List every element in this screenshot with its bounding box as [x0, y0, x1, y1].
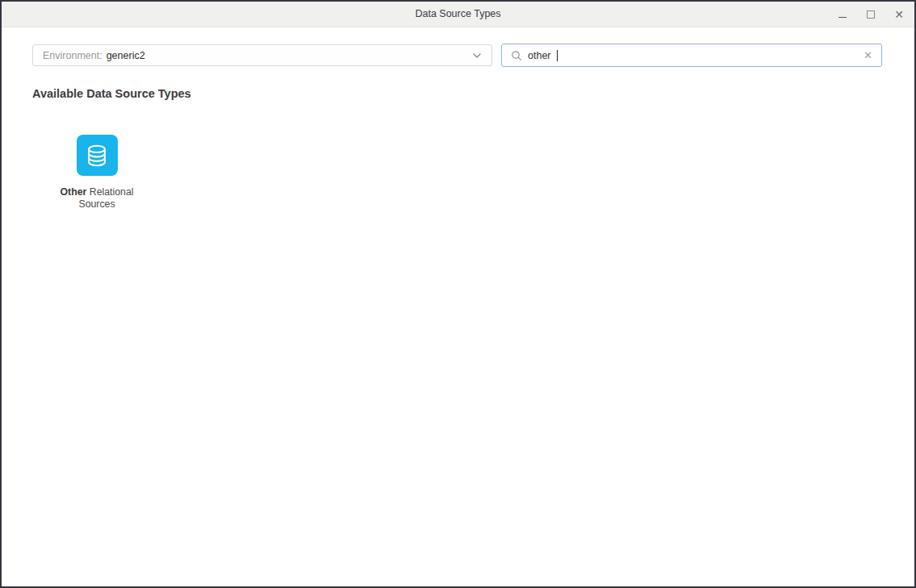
- minimize-button[interactable]: [837, 9, 848, 20]
- environment-dropdown[interactable]: Environment: generic2: [32, 44, 492, 66]
- tile-label-rest: Relational Sources: [78, 186, 133, 210]
- environment-value: generic2: [107, 50, 145, 61]
- window-title: Data Source Types: [2, 2, 914, 27]
- toolbar: Environment: generic2 other ✕: [2, 27, 914, 67]
- clear-search-button[interactable]: ✕: [864, 50, 872, 60]
- database-icon: [77, 135, 118, 176]
- close-icon: ✕: [894, 9, 904, 20]
- chevron-down-icon: [472, 52, 482, 59]
- datasource-tile-grid: Other Relational Sources: [2, 100, 914, 211]
- app-window: Data Source Types ✕ Environment: generic…: [0, 0, 916, 588]
- search-icon: [511, 50, 522, 61]
- maximize-button[interactable]: [865, 9, 876, 20]
- search-input[interactable]: other ✕: [501, 44, 882, 67]
- search-query-text: other: [528, 50, 551, 61]
- maximize-icon: [867, 10, 875, 19]
- datasource-tile-other-relational[interactable]: Other Relational Sources: [50, 135, 144, 211]
- page-title: Available Data Source Types: [32, 87, 914, 100]
- tile-label-match: Other: [61, 186, 87, 198]
- tile-label: Other Relational Sources: [50, 186, 144, 211]
- close-button[interactable]: ✕: [893, 9, 905, 20]
- environment-label: Environment:: [43, 50, 102, 61]
- titlebar: Data Source Types ✕: [2, 2, 914, 27]
- minimize-icon: [839, 17, 847, 18]
- content-empty-area: [2, 211, 914, 586]
- text-cursor: [557, 50, 558, 61]
- window-controls: ✕: [837, 2, 905, 27]
